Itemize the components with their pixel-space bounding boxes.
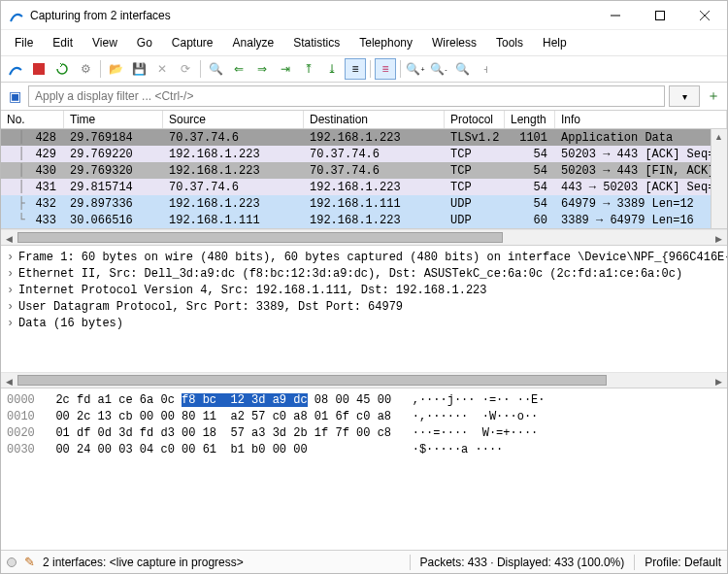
maximize-button[interactable] bbox=[638, 1, 682, 30]
zoom-reset-icon[interactable]: 🔍 bbox=[451, 58, 473, 80]
toolbar: ⚙ 📂 💾 ✕ ⟳ 🔍 ⇐ ⇒ ⇥ ⤒ ⤓ ≡ ≡ 🔍+ 🔍- 🔍 ⫞ bbox=[1, 55, 727, 83]
expand-icon[interactable]: › bbox=[7, 316, 18, 332]
expand-icon[interactable]: › bbox=[7, 250, 18, 266]
save-icon[interactable]: 💾 bbox=[128, 58, 149, 80]
details-hscroll[interactable]: ◀ ▶ bbox=[1, 372, 727, 388]
scroll-left-icon[interactable]: ◀ bbox=[1, 373, 17, 389]
zoom-out-icon[interactable]: 🔍- bbox=[428, 58, 449, 80]
colorize-icon[interactable]: ≡ bbox=[375, 58, 396, 80]
open-icon[interactable]: 📂 bbox=[105, 58, 126, 80]
table-row[interactable]: │ 43129.81571470.37.74.6192.168.1.223TCP… bbox=[1, 179, 727, 195]
display-filter-input[interactable] bbox=[28, 85, 665, 107]
menu-capture[interactable]: Capture bbox=[162, 32, 223, 53]
close-file-icon[interactable]: ✕ bbox=[151, 58, 173, 80]
stop-capture-icon[interactable] bbox=[28, 58, 50, 80]
app-icon bbox=[9, 8, 24, 23]
column-header-time[interactable]: Time bbox=[64, 111, 163, 128]
table-row[interactable]: │ 43029.769320192.168.1.22370.37.74.6TCP… bbox=[1, 162, 727, 179]
auto-scroll-icon[interactable]: ≡ bbox=[345, 58, 366, 80]
status-separator bbox=[634, 555, 635, 570]
scroll-right-icon[interactable]: ▶ bbox=[711, 230, 727, 247]
go-forward-icon[interactable]: ⇒ bbox=[251, 58, 273, 80]
go-back-icon[interactable]: ⇐ bbox=[228, 58, 249, 80]
column-header-protocol[interactable]: Protocol bbox=[445, 111, 505, 128]
scroll-up-icon[interactable]: ▲ bbox=[711, 129, 726, 144]
table-row[interactable]: ├ 43229.897336192.168.1.223192.168.1.111… bbox=[1, 195, 727, 212]
expand-icon[interactable]: › bbox=[7, 283, 18, 299]
column-header-no[interactable]: No. bbox=[1, 111, 64, 128]
expert-info-icon[interactable] bbox=[7, 557, 17, 567]
zoom-in-icon[interactable]: 🔍+ bbox=[405, 58, 426, 80]
menu-help[interactable]: Help bbox=[533, 32, 577, 53]
reload-icon[interactable]: ⟳ bbox=[175, 58, 196, 80]
bookmark-filter-icon[interactable]: ▣ bbox=[5, 86, 24, 106]
menu-telephony[interactable]: Telephony bbox=[349, 32, 422, 53]
column-header-source[interactable]: Source bbox=[163, 111, 304, 128]
detail-udp[interactable]: ›User Datagram Protocol, Src Port: 3389,… bbox=[7, 299, 721, 316]
vertical-scrollbar[interactable]: ▲ bbox=[711, 129, 727, 228]
expand-icon[interactable]: › bbox=[7, 266, 18, 283]
toolbar-separator bbox=[200, 60, 201, 78]
minimize-button[interactable] bbox=[593, 1, 638, 30]
detail-data[interactable]: ›Data (16 bytes) bbox=[7, 316, 721, 332]
table-row[interactable]: │ 42829.76918470.37.74.6192.168.1.223TLS… bbox=[1, 129, 727, 146]
toolbar-separator bbox=[100, 60, 101, 78]
packet-list-body[interactable]: │ 42829.76918470.37.74.6192.168.1.223TLS… bbox=[1, 129, 727, 228]
table-row[interactable]: └ 43330.066516192.168.1.111192.168.1.223… bbox=[1, 212, 727, 228]
status-packet-count: Packets: 433 · Displayed: 433 (100.0%) bbox=[420, 556, 625, 569]
detail-ethernet[interactable]: ›Ethernet II, Src: Dell_3d:a9:dc (f8:bc:… bbox=[7, 266, 721, 283]
toolbar-separator bbox=[400, 60, 401, 78]
scroll-right-icon[interactable]: ▶ bbox=[711, 373, 727, 389]
start-capture-icon[interactable] bbox=[5, 58, 26, 80]
menu-view[interactable]: View bbox=[83, 32, 127, 53]
title-bar: Capturing from 2 interfaces bbox=[1, 1, 727, 30]
status-capture-text: 2 interfaces: <live capture in progress> bbox=[43, 556, 244, 569]
scroll-left-icon[interactable]: ◀ bbox=[1, 230, 17, 247]
column-header-length[interactable]: Length bbox=[505, 111, 555, 128]
menu-analyze[interactable]: Analyze bbox=[223, 32, 284, 53]
svg-rect-4 bbox=[33, 63, 45, 75]
packet-list-header: No. Time Source Destination Protocol Len… bbox=[1, 111, 727, 129]
menu-bar: File Edit View Go Capture Analyze Statis… bbox=[1, 30, 727, 55]
detail-frame[interactable]: ›Frame 1: 60 bytes on wire (480 bits), 6… bbox=[7, 250, 721, 266]
window-title: Capturing from 2 interfaces bbox=[30, 9, 593, 22]
filter-expression-button[interactable]: ▾ bbox=[669, 85, 700, 107]
status-profile[interactable]: Profile: Default bbox=[645, 556, 721, 569]
find-icon[interactable]: 🔍 bbox=[205, 58, 226, 80]
toolbar-separator bbox=[370, 60, 371, 78]
go-to-packet-icon[interactable]: ⇥ bbox=[275, 58, 296, 80]
table-row[interactable]: │ 42929.769220192.168.1.22370.37.74.6TCP… bbox=[1, 146, 727, 162]
edit-comment-icon[interactable]: ✎ bbox=[24, 555, 35, 569]
packet-bytes-pane[interactable]: 0000 2c fd a1 ce 6a 0c f8 bc 12 3d a9 dc… bbox=[1, 388, 727, 550]
filter-bar: ▣ ▾ ＋ bbox=[1, 83, 727, 111]
menu-statistics[interactable]: Statistics bbox=[283, 32, 349, 53]
resize-columns-icon[interactable]: ⫞ bbox=[475, 58, 496, 80]
restart-capture-icon[interactable] bbox=[51, 58, 73, 80]
status-separator bbox=[410, 555, 411, 570]
svg-rect-1 bbox=[656, 11, 665, 19]
menu-wireless[interactable]: Wireless bbox=[422, 32, 486, 53]
detail-ip[interactable]: ›Internet Protocol Version 4, Src: 192.1… bbox=[7, 283, 721, 299]
packet-list-pane: No. Time Source Destination Protocol Len… bbox=[1, 111, 727, 229]
close-button[interactable] bbox=[682, 1, 727, 30]
filter-add-button[interactable]: ＋ bbox=[704, 85, 723, 107]
go-first-icon[interactable]: ⤒ bbox=[298, 58, 319, 80]
menu-tools[interactable]: Tools bbox=[486, 32, 533, 53]
status-bar: ✎ 2 interfaces: <live capture in progres… bbox=[1, 550, 727, 573]
menu-file[interactable]: File bbox=[5, 32, 43, 53]
capture-options-icon[interactable]: ⚙ bbox=[75, 58, 96, 80]
expand-icon[interactable]: › bbox=[7, 299, 18, 316]
menu-go[interactable]: Go bbox=[127, 32, 162, 53]
packet-details-pane[interactable]: ›Frame 1: 60 bytes on wire (480 bits), 6… bbox=[1, 246, 727, 372]
go-last-icon[interactable]: ⤓ bbox=[321, 58, 343, 80]
column-header-info[interactable]: Info bbox=[555, 111, 727, 128]
menu-edit[interactable]: Edit bbox=[43, 32, 83, 53]
column-header-destination[interactable]: Destination bbox=[304, 111, 445, 128]
packet-list-hscroll[interactable]: ◀ ▶ bbox=[1, 229, 727, 246]
